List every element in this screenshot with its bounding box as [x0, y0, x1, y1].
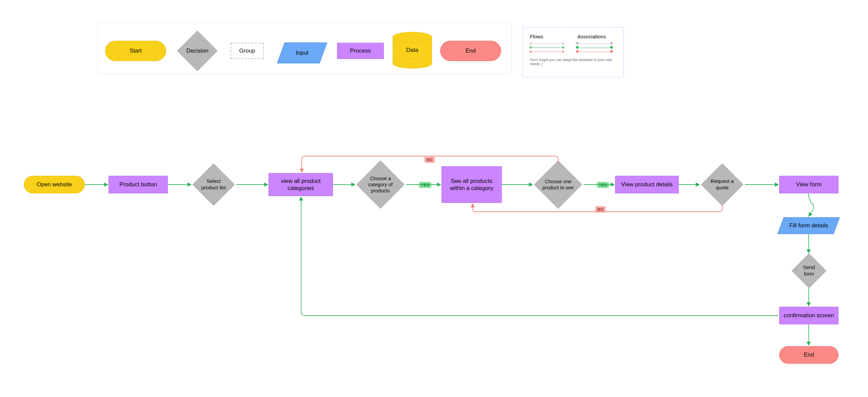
node-fill-form-details: Fill form details [777, 217, 840, 234]
legend-group-shape: Group [231, 43, 264, 59]
node-confirmation-screen: confirmation screen [779, 307, 839, 324]
associations-title: Associations [577, 34, 611, 39]
badge-no-2: NO [595, 206, 606, 212]
legend-process-shape: Process [337, 43, 384, 59]
node-choose-one-product: Choose one product to see [541, 168, 575, 202]
diagram-canvas: Start Decision Group Input Process Data … [0, 0, 868, 397]
node-view-form: View form [779, 176, 839, 193]
legend-associations-box: Flows Associations [523, 27, 624, 77]
node-choose-category: Choose a category of products [363, 168, 397, 202]
legend-footnote: Don't forget you can adapt this template… [530, 58, 617, 66]
node-see-all-products-in-category: See all products within a category [441, 166, 502, 203]
badge-yes-1: YES [419, 182, 431, 188]
badge-yes-2: YES [597, 182, 609, 188]
node-view-product-details: View product details [615, 176, 679, 193]
node-view-all-categories: view all product categories [269, 173, 333, 196]
legend-end-shape: End [440, 41, 501, 61]
node-select-product-list: Select product list [199, 170, 229, 200]
badge-no-1: NO [425, 157, 435, 163]
node-open-website: Open website [24, 176, 85, 193]
legend-start-shape: Start [105, 41, 166, 61]
flows-column: Flows [530, 34, 564, 52]
node-end: End [779, 346, 839, 364]
flows-title: Flows [530, 34, 564, 39]
node-request-a-quote: Request a quote [707, 170, 737, 200]
legend-data-shape: Data [393, 32, 432, 69]
node-send-form: Send form [797, 259, 821, 283]
legend-input-shape: Input [277, 42, 328, 63]
node-product-button: Product button [108, 176, 168, 193]
associations-column: Associations [577, 34, 611, 52]
legend-decision-shape: Decision [183, 37, 212, 65]
